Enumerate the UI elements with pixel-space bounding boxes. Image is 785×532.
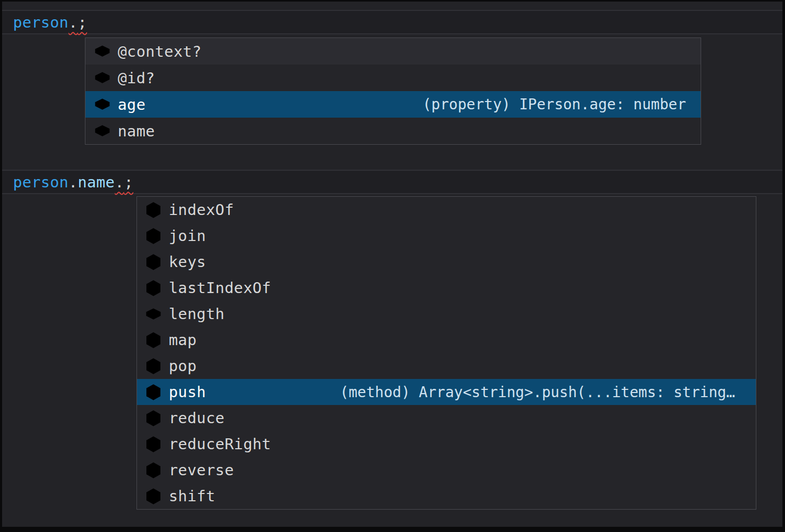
suggestion-item[interactable]: keys — [137, 249, 756, 275]
suggestion-label: shift — [169, 487, 215, 505]
suggestion-label: pop — [169, 357, 197, 375]
symbol-method-icon — [144, 252, 163, 272]
variable-token: person — [13, 173, 69, 191]
symbol-method-icon — [144, 409, 163, 428]
suggestion-label: length — [169, 305, 225, 323]
suggestion-label: age — [118, 96, 146, 113]
symbol-field-icon — [93, 95, 112, 114]
symbol-method-icon — [144, 278, 163, 298]
semicolon-token-error: ; — [78, 14, 87, 31]
suggestion-item[interactable]: reverse — [137, 457, 756, 483]
symbol-method-icon — [144, 487, 163, 506]
symbol-method-icon — [144, 461, 163, 480]
suggestion-item[interactable]: @id? — [85, 65, 701, 91]
suggestion-item[interactable]: pop — [137, 353, 756, 379]
suggestion-label: name — [118, 122, 155, 140]
suggestion-label: reduce — [169, 409, 225, 427]
symbol-method-icon — [144, 331, 163, 350]
suggestion-detail: (method) Array<string>.push(...items: st… — [340, 384, 735, 401]
suggestion-item[interactable]: @context? — [85, 38, 701, 65]
suggestion-label: reduceRight — [169, 435, 271, 453]
suggestion-label: map — [169, 331, 197, 349]
suggestion-item[interactable]: map — [137, 327, 756, 353]
code-line-2: person.name.; — [2, 173, 133, 191]
suggestion-label: join — [169, 227, 206, 245]
symbol-method-icon — [144, 383, 163, 402]
editor-line-2[interactable]: person.name.; — [2, 170, 782, 194]
symbol-method-icon — [144, 226, 163, 246]
code-line-1: person.; — [2, 14, 87, 31]
property-token: name — [78, 173, 115, 191]
suggestion-label: push — [169, 383, 206, 401]
dot-token-error: . — [115, 173, 124, 191]
suggestion-detail: (property) IPerson.age: number — [422, 96, 686, 113]
symbol-method-icon — [144, 435, 163, 454]
editor-line-1[interactable]: person.; — [2, 10, 782, 34]
symbol-method-icon — [144, 357, 163, 376]
suggestion-item[interactable]: shift — [137, 483, 756, 509]
suggestion-label: keys — [169, 253, 206, 271]
suggestion-item-selected[interactable]: age (property) IPerson.age: number — [85, 91, 701, 118]
suggestion-label: reverse — [169, 461, 234, 479]
suggestion-label: @id? — [118, 69, 155, 87]
symbol-field-icon — [144, 305, 163, 324]
suggestion-item-selected[interactable]: push (method) Array<string>.push(...item… — [137, 379, 756, 405]
suggest-widget-2: indexOf join keys lastIndexOf length map… — [136, 196, 756, 510]
semicolon-token-error: ; — [124, 173, 133, 191]
symbol-method-icon — [144, 200, 163, 220]
suggestion-item[interactable]: length — [137, 301, 756, 327]
suggestion-item[interactable]: reduceRight — [137, 431, 756, 457]
symbol-field-icon — [93, 42, 112, 61]
symbol-field-icon — [93, 121, 112, 141]
suggestion-item[interactable]: reduce — [137, 405, 756, 431]
dot-token-error: . — [69, 14, 78, 31]
suggestion-label: lastIndexOf — [169, 279, 271, 297]
suggestion-item[interactable]: lastIndexOf — [137, 275, 756, 301]
variable-token: person — [13, 14, 69, 31]
suggestion-item[interactable]: indexOf — [137, 197, 756, 223]
suggestion-label: indexOf — [169, 201, 234, 219]
suggestion-item[interactable]: name — [85, 118, 701, 144]
editor-window: person.; @context? @id? age (property) I… — [2, 2, 782, 527]
dot-token: . — [69, 173, 78, 191]
symbol-field-icon — [93, 68, 112, 87]
screenshot-root: { "colors": { "editor_background": "#232… — [0, 0, 785, 532]
suggestion-label: @context? — [118, 43, 202, 60]
suggestion-item[interactable]: join — [137, 223, 756, 249]
suggest-widget-1: @context? @id? age (property) IPerson.ag… — [85, 37, 701, 145]
